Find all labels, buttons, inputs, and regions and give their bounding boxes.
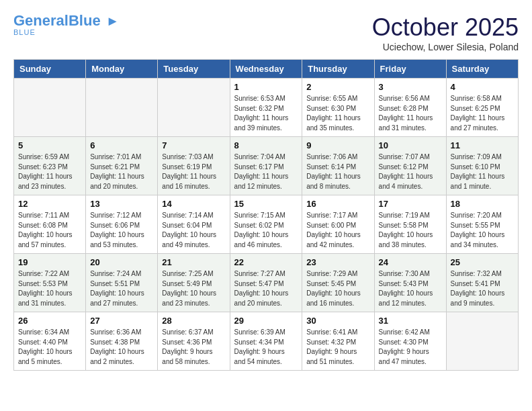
calendar-week-row: 19Sunrise: 7:22 AMSunset: 5:53 PMDayligh… [14, 254, 519, 312]
day-info: Sunrise: 6:39 AMSunset: 4:34 PMDaylight:… [234, 328, 298, 367]
calendar-day-cell: 25Sunrise: 7:32 AMSunset: 5:41 PMDayligh… [446, 254, 518, 312]
calendar-day-cell: 15Sunrise: 7:15 AMSunset: 6:02 PMDayligh… [230, 195, 302, 254]
day-info: Sunrise: 6:41 AMSunset: 4:32 PMDaylight:… [306, 328, 369, 367]
calendar-day-cell [446, 312, 518, 371]
day-info: Sunrise: 7:22 AMSunset: 5:53 PMDaylight:… [18, 269, 81, 308]
day-info: Sunrise: 6:36 AMSunset: 4:38 PMDaylight:… [90, 328, 153, 367]
weekday-header-tuesday: Tuesday [158, 60, 230, 79]
calendar-day-cell: 1Sunrise: 6:53 AMSunset: 6:32 PMDaylight… [230, 79, 302, 137]
logo-icon: ► [106, 14, 120, 28]
calendar-day-cell: 18Sunrise: 7:20 AMSunset: 5:55 PMDayligh… [446, 195, 518, 254]
day-info: Sunrise: 6:56 AMSunset: 6:28 PMDaylight:… [379, 94, 442, 133]
logo-tagline: BLUE [13, 28, 36, 36]
calendar-day-cell: 11Sunrise: 7:09 AMSunset: 6:10 PMDayligh… [446, 137, 518, 195]
calendar-table: SundayMondayTuesdayWednesdayThursdayFrid… [13, 59, 519, 371]
weekday-header-saturday: Saturday [446, 60, 518, 79]
calendar-day-cell: 13Sunrise: 7:12 AMSunset: 6:06 PMDayligh… [86, 195, 158, 254]
day-info: Sunrise: 7:20 AMSunset: 5:55 PMDaylight:… [451, 211, 514, 250]
calendar-day-cell [158, 79, 230, 137]
calendar-day-cell: 19Sunrise: 7:22 AMSunset: 5:53 PMDayligh… [14, 254, 86, 312]
calendar-day-cell: 2Sunrise: 6:55 AMSunset: 6:30 PMDaylight… [302, 79, 374, 137]
day-info: Sunrise: 6:34 AMSunset: 4:40 PMDaylight:… [18, 328, 81, 367]
calendar-day-cell: 16Sunrise: 7:17 AMSunset: 6:00 PMDayligh… [302, 195, 374, 254]
calendar-week-row: 1Sunrise: 6:53 AMSunset: 6:32 PMDaylight… [14, 79, 519, 137]
day-number: 1 [234, 82, 298, 92]
day-info: Sunrise: 7:25 AMSunset: 5:49 PMDaylight:… [162, 269, 225, 308]
day-number: 8 [234, 140, 298, 150]
day-info: Sunrise: 7:15 AMSunset: 6:02 PMDaylight:… [234, 211, 298, 250]
day-number: 11 [451, 140, 514, 150]
day-info: Sunrise: 7:29 AMSunset: 5:45 PMDaylight:… [306, 269, 369, 308]
calendar-day-cell: 24Sunrise: 7:30 AMSunset: 5:43 PMDayligh… [374, 254, 446, 312]
day-number: 9 [306, 140, 369, 150]
weekday-header-monday: Monday [86, 60, 158, 79]
calendar-day-cell: 29Sunrise: 6:39 AMSunset: 4:34 PMDayligh… [230, 312, 302, 371]
calendar-week-row: 12Sunrise: 7:11 AMSunset: 6:08 PMDayligh… [14, 195, 519, 254]
day-number: 7 [162, 140, 225, 150]
day-number: 16 [306, 199, 369, 209]
day-info: Sunrise: 7:01 AMSunset: 6:21 PMDaylight:… [90, 152, 153, 191]
calendar-day-cell: 10Sunrise: 7:07 AMSunset: 6:12 PMDayligh… [374, 137, 446, 195]
day-info: Sunrise: 6:42 AMSunset: 4:30 PMDaylight:… [379, 328, 442, 367]
weekday-header-sunday: Sunday [14, 60, 86, 79]
weekday-header-thursday: Thursday [302, 60, 374, 79]
calendar-day-cell: 31Sunrise: 6:42 AMSunset: 4:30 PMDayligh… [374, 312, 446, 371]
day-number: 15 [234, 199, 298, 209]
logo-text: GeneralBlue ► [13, 13, 120, 28]
day-info: Sunrise: 6:37 AMSunset: 4:36 PMDaylight:… [162, 328, 225, 367]
calendar-day-cell: 8Sunrise: 7:04 AMSunset: 6:17 PMDaylight… [230, 137, 302, 195]
day-number: 19 [18, 257, 81, 267]
calendar-day-cell: 3Sunrise: 6:56 AMSunset: 6:28 PMDaylight… [374, 79, 446, 137]
calendar-day-cell [14, 79, 86, 137]
location: Uciechow, Lower Silesia, Poland [372, 42, 519, 52]
day-number: 13 [90, 199, 153, 209]
day-number: 12 [18, 199, 81, 209]
calendar-header-row: SundayMondayTuesdayWednesdayThursdayFrid… [14, 60, 519, 79]
title-block: October 2025 Uciechow, Lower Silesia, Po… [372, 13, 519, 52]
calendar-day-cell: 9Sunrise: 7:06 AMSunset: 6:14 PMDaylight… [302, 137, 374, 195]
day-number: 24 [379, 257, 442, 267]
logo: GeneralBlue ► BLUE [13, 13, 120, 36]
day-info: Sunrise: 7:14 AMSunset: 6:04 PMDaylight:… [162, 211, 225, 250]
day-number: 21 [162, 257, 225, 267]
day-info: Sunrise: 7:17 AMSunset: 6:00 PMDaylight:… [306, 211, 369, 250]
day-number: 29 [234, 316, 298, 326]
day-info: Sunrise: 7:07 AMSunset: 6:12 PMDaylight:… [379, 152, 442, 191]
day-info: Sunrise: 7:24 AMSunset: 5:51 PMDaylight:… [90, 269, 153, 308]
day-number: 17 [379, 199, 442, 209]
day-number: 14 [162, 199, 225, 209]
calendar-day-cell: 22Sunrise: 7:27 AMSunset: 5:47 PMDayligh… [230, 254, 302, 312]
calendar-day-cell: 12Sunrise: 7:11 AMSunset: 6:08 PMDayligh… [14, 195, 86, 254]
day-number: 22 [234, 257, 298, 267]
calendar-week-row: 26Sunrise: 6:34 AMSunset: 4:40 PMDayligh… [14, 312, 519, 371]
day-number: 5 [18, 140, 81, 150]
day-info: Sunrise: 7:32 AMSunset: 5:41 PMDaylight:… [451, 269, 514, 308]
day-info: Sunrise: 6:58 AMSunset: 6:25 PMDaylight:… [451, 94, 514, 133]
calendar-day-cell: 27Sunrise: 6:36 AMSunset: 4:38 PMDayligh… [86, 312, 158, 371]
day-number: 18 [451, 199, 514, 209]
day-info: Sunrise: 7:09 AMSunset: 6:10 PMDaylight:… [451, 152, 514, 191]
calendar-day-cell: 17Sunrise: 7:19 AMSunset: 5:58 PMDayligh… [374, 195, 446, 254]
calendar-day-cell: 30Sunrise: 6:41 AMSunset: 4:32 PMDayligh… [302, 312, 374, 371]
day-number: 25 [451, 257, 514, 267]
calendar-day-cell: 21Sunrise: 7:25 AMSunset: 5:49 PMDayligh… [158, 254, 230, 312]
calendar-day-cell: 23Sunrise: 7:29 AMSunset: 5:45 PMDayligh… [302, 254, 374, 312]
logo-blue: Blue [69, 12, 101, 29]
day-number: 3 [379, 82, 442, 92]
day-number: 27 [90, 316, 153, 326]
calendar-day-cell: 28Sunrise: 6:37 AMSunset: 4:36 PMDayligh… [158, 312, 230, 371]
day-number: 28 [162, 316, 225, 326]
day-info: Sunrise: 7:11 AMSunset: 6:08 PMDaylight:… [18, 211, 81, 250]
calendar-day-cell [86, 79, 158, 137]
day-info: Sunrise: 7:03 AMSunset: 6:19 PMDaylight:… [162, 152, 225, 191]
day-number: 31 [379, 316, 442, 326]
day-number: 23 [306, 257, 369, 267]
day-number: 2 [306, 82, 369, 92]
calendar-week-row: 5Sunrise: 6:59 AMSunset: 6:23 PMDaylight… [14, 137, 519, 195]
day-info: Sunrise: 7:04 AMSunset: 6:17 PMDaylight:… [234, 152, 298, 191]
day-info: Sunrise: 7:30 AMSunset: 5:43 PMDaylight:… [379, 269, 442, 308]
day-number: 20 [90, 257, 153, 267]
weekday-header-friday: Friday [374, 60, 446, 79]
day-info: Sunrise: 7:27 AMSunset: 5:47 PMDaylight:… [234, 269, 298, 308]
calendar-day-cell: 26Sunrise: 6:34 AMSunset: 4:40 PMDayligh… [14, 312, 86, 371]
